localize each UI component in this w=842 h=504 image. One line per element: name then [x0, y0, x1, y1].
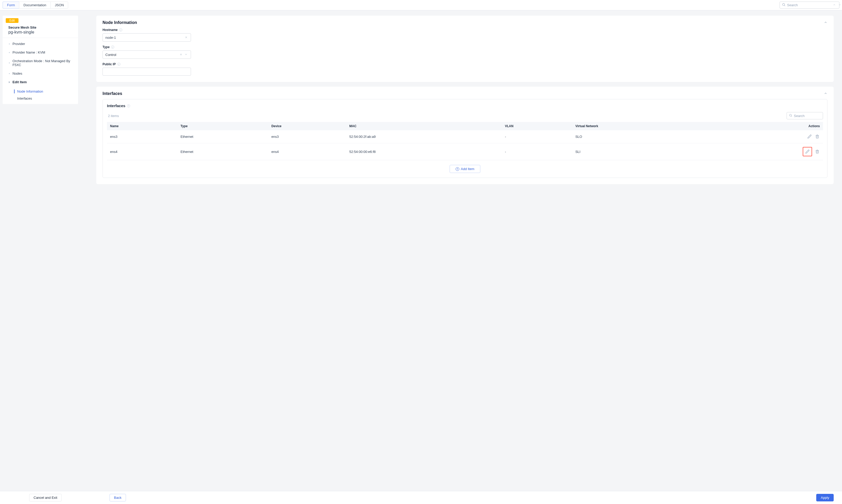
svg-line-1 [785, 5, 785, 6]
cell-vnet: SLO [572, 130, 711, 143]
interfaces-card: Interfaces Interfaces i 2 items [96, 87, 834, 184]
apply-button[interactable]: Apply [816, 494, 834, 501]
sidebar-item-provider-name[interactable]: Provider Name : KVM [3, 48, 78, 57]
global-search-input[interactable] [787, 3, 831, 7]
plus-icon: + [456, 167, 459, 171]
sidebar-item-edit-item[interactable]: Edit Item [3, 78, 78, 86]
col-name: Name [107, 122, 177, 130]
footer-bar: Cancel and Exit Back Apply [0, 491, 842, 504]
node-information-card: Node Information Hostname i [96, 16, 834, 82]
sidebar-subitem-node-information[interactable]: Node Information [3, 88, 78, 95]
delete-icon[interactable] [815, 134, 820, 139]
interfaces-inner-heading: Interfaces [107, 104, 125, 108]
collapse-icon[interactable] [824, 92, 827, 96]
clear-icon[interactable] [184, 35, 188, 39]
main-panel: Node Information Hostname i [96, 16, 834, 184]
sidebar-title: pg-kvm-single [8, 30, 75, 35]
interfaces-tbody: ens3Ethernetens352:54:00:2f:ab:a9-SLOens… [107, 130, 823, 160]
add-item-label: Add Item [461, 167, 474, 171]
cell-name: ens3 [107, 130, 177, 143]
svg-point-8 [789, 114, 791, 116]
sidebar-subnav: Node Information Interfaces [3, 88, 78, 104]
svg-line-9 [791, 116, 792, 116]
col-vlan: VLAN [502, 122, 572, 130]
interfaces-inner-card: Interfaces i 2 items Name [103, 99, 827, 178]
type-value: Control [105, 53, 116, 57]
table-row: ens3Ethernetens352:54:00:2f:ab:a9-SLO [107, 130, 823, 143]
public-ip-input[interactable] [105, 70, 188, 74]
tab-json[interactable]: JSON [51, 2, 68, 8]
node-information-heading: Node Information [103, 20, 137, 25]
type-label: Type [103, 45, 109, 49]
info-icon[interactable]: i [111, 46, 114, 49]
search-icon [782, 3, 786, 7]
content-area: Edit Secure Mesh Site pg-kvm-single Prov… [0, 11, 842, 205]
svg-point-0 [783, 3, 785, 5]
info-icon[interactable]: i [119, 28, 122, 32]
hostname-label: Hostname [103, 28, 118, 32]
cell-mac: 52:54:00:2f:ab:a9 [346, 130, 502, 143]
edit-badge: Edit [6, 18, 18, 23]
collapse-icon[interactable] [824, 20, 827, 25]
clear-icon[interactable] [179, 53, 184, 57]
type-select[interactable]: Control [103, 51, 191, 59]
col-type: Type [177, 122, 268, 130]
hostname-input-wrapper[interactable] [103, 33, 191, 42]
search-icon [789, 114, 792, 118]
info-icon[interactable]: i [127, 104, 130, 107]
view-tabs: Form Documentation JSON [3, 2, 68, 8]
interfaces-heading: Interfaces [103, 91, 122, 96]
search-prev-icon[interactable] [832, 3, 836, 7]
type-group: Type i Control [103, 45, 827, 59]
col-actions: Actions [711, 122, 823, 130]
table-row: ens4Ethernetens452:54:00:00:e6:f8-SLI [107, 143, 823, 160]
highlighted-edit-button[interactable] [803, 147, 812, 156]
interfaces-search-input[interactable] [794, 114, 821, 118]
sidebar-subitem-interfaces[interactable]: Interfaces [3, 95, 78, 102]
info-icon[interactable]: i [117, 63, 121, 66]
public-ip-group: Public IP i [103, 62, 827, 76]
cell-name: ens4 [107, 143, 177, 160]
cell-device: ens4 [268, 143, 346, 160]
hostname-group: Hostname i [103, 28, 827, 42]
edit-icon[interactable] [807, 134, 812, 139]
edit-icon[interactable] [805, 149, 810, 154]
sidebar-item-orchestration-mode[interactable]: Orchestration Mode : Not Managed By F5XC [3, 57, 78, 69]
cell-vlan: - [502, 130, 572, 143]
public-ip-label: Public IP [103, 62, 116, 66]
cell-device: ens3 [268, 130, 346, 143]
sidebar-item-nodes[interactable]: Nodes [3, 69, 78, 78]
hostname-input[interactable] [105, 36, 184, 39]
col-vnet: Virtual Network [572, 122, 711, 130]
col-mac: MAC [346, 122, 502, 130]
sidebar-nav: Provider Provider Name : KVM Orchestrati… [3, 38, 78, 88]
search-next-icon[interactable] [838, 3, 842, 7]
cell-vnet: SLI [572, 143, 711, 160]
cell-mac: 52:54:00:00:e6:f8 [346, 143, 502, 160]
cell-vlan: - [502, 143, 572, 160]
cell-actions [711, 130, 823, 143]
items-count: 2 items [107, 114, 119, 118]
cell-actions [711, 143, 823, 160]
interfaces-table: Name Type Device MAC VLAN Virtual Networ… [107, 122, 823, 160]
add-item-button[interactable]: + Add Item [450, 165, 480, 173]
col-device: Device [268, 122, 346, 130]
cell-type: Ethernet [177, 143, 268, 160]
sidebar: Edit Secure Mesh Site pg-kvm-single Prov… [3, 16, 78, 104]
top-bar: Form Documentation JSON [0, 0, 842, 11]
tab-form[interactable]: Form [3, 2, 19, 8]
tab-documentation[interactable]: Documentation [19, 2, 50, 8]
interfaces-search[interactable] [787, 112, 823, 119]
back-button[interactable]: Back [109, 494, 126, 501]
public-ip-input-wrapper[interactable] [103, 68, 191, 76]
sidebar-subtitle: Secure Mesh Site [8, 25, 75, 30]
delete-icon[interactable] [815, 149, 820, 154]
cell-type: Ethernet [177, 130, 268, 143]
sidebar-item-provider[interactable]: Provider [3, 39, 78, 48]
global-search[interactable] [779, 2, 839, 8]
cancel-button[interactable]: Cancel and Exit [29, 494, 62, 501]
chevron-down-icon[interactable] [184, 53, 188, 57]
